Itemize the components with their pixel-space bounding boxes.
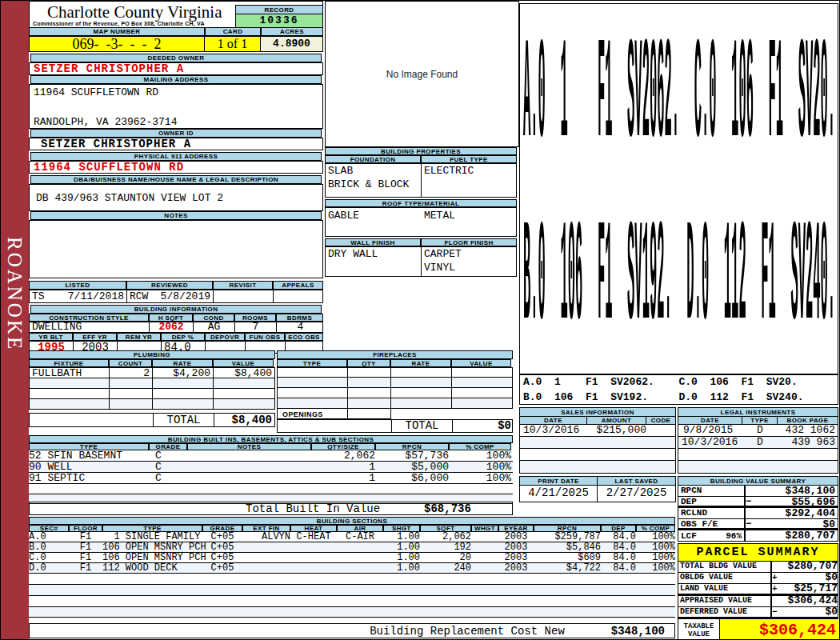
building-properties: BUILDING PROPERTIES FOUNDATION FUEL TYPE…: [325, 147, 517, 277]
county-subtitle: Commissioner of the Revenue, PO Box 308,…: [33, 21, 205, 26]
legal-empty-row: [678, 449, 838, 461]
construction-style-label: CONSTRUCTION STYLE: [29, 314, 149, 322]
card-value: 1 of 1: [205, 36, 261, 52]
map-value-row: 069- -3- - - 2 1 of 1 4.8900: [29, 36, 323, 51]
wall-finish-label: WALL FINISH: [325, 238, 421, 246]
sales-label: SALES INFORMATION: [520, 408, 675, 417]
fireplaces-total-row: TOTAL $0: [277, 419, 513, 433]
parcel-row: DEFERRED VALUE − $0: [678, 607, 838, 619]
hsqft-label: H SQFT: [149, 314, 193, 322]
parcel-row: APPRAISED VALUE $306,424: [678, 596, 838, 607]
floor-finish-label: FLOOR FINISH: [421, 238, 517, 246]
review-value-row: TS 7/11/2018 RCW 5/8/2019: [29, 290, 323, 303]
ecoobs-label: ECO OBS: [285, 333, 323, 341]
builtins-total-value: $68,736: [424, 502, 471, 515]
legend-line2-right: D.0 112 F1 SV240.: [679, 390, 838, 406]
sections-empty-row: [29, 574, 675, 585]
sketch-area: A.0 1 F1 SV2062. C.0 106 F1 SV20. B.0 10…: [519, 3, 838, 374]
plumbing-col-value: VALUE: [213, 359, 274, 367]
taxable-value: $306,424: [720, 619, 839, 640]
roof-label: ROOF TYPE/MATERIAL: [325, 199, 517, 207]
replacement-cost-value: $348,100: [611, 625, 665, 638]
plumbing-col-fixture: FIXTURE: [29, 359, 109, 367]
taxable-label: TAXABLE VALUE: [678, 619, 720, 640]
builtins-section: BUILDING BUILT INS, BASEMENTS, ATTICS & …: [29, 435, 513, 515]
notes-box: [29, 220, 323, 278]
listed-label: LISTED: [29, 281, 126, 290]
builtins-row: 52 SFIN BASEMNT C 2,062 $57,736 100%: [29, 450, 513, 462]
floor-finish-value: CARPETVINYL: [422, 247, 518, 276]
left-column: Charlotte County Virginia Commissioner o…: [29, 1, 323, 350]
plumbing-col-rate: RATE: [152, 359, 213, 367]
revisit-label: REVISIT: [213, 281, 273, 290]
fireplaces-col-type: TYPE: [277, 359, 347, 367]
fireplaces-col-qty: QTY: [347, 359, 390, 367]
legend-line1-left: A.0 1 F1 SV2062.: [520, 375, 679, 390]
county-title: Charlotte County Virginia: [47, 2, 222, 22]
revisit-value: [214, 290, 274, 302]
legal-row: 10/3/2016 D 439 963: [678, 437, 838, 449]
listed-date: 7/11/2018: [68, 291, 124, 302]
vsummary-row: LCF 96% $280,707: [678, 530, 838, 542]
hsqft-value: 2062: [150, 322, 194, 332]
building-value-summary: BUILDING VALUE SUMMARY RPCN $348,100 DEP…: [678, 476, 838, 542]
sales-empty-row: [520, 449, 675, 461]
physical-address-label: PHYSICAL 911 ADDRESS: [30, 152, 322, 161]
parcel-summary-label: PARCEL SUMMARY: [678, 543, 838, 562]
mailing-address-box: 11964 SCUFFLETOWN RD RANDOLPH, VA 23962-…: [29, 84, 323, 129]
roof-material-value: METAL: [424, 210, 455, 222]
reviewed-label: REVIEWED: [126, 281, 213, 290]
construction-style-value: DWELLING: [30, 322, 150, 332]
year-header-row: YR BLT EFF YR REM YR DEP % DEPOVR FUN OB…: [29, 333, 323, 341]
yrblt-label: YR BLT: [29, 333, 73, 341]
last-saved-label: LAST SAVED: [598, 477, 675, 485]
plumbing-total-label: TOTAL: [153, 414, 214, 426]
sales-row: 10/3/2016 $215,000: [520, 425, 675, 437]
plumbing-empty-row: [29, 378, 275, 389]
sales-col-code: CODE: [646, 417, 675, 424]
legal-instruments: LEGAL INSTRUMENTS DATE TYPE BOOK PAGE 9/…: [678, 407, 838, 474]
funobs-label: FUN OBS: [245, 333, 285, 341]
builtins-empty-row: [29, 484, 513, 494]
legal-col-type: TYPE: [742, 417, 778, 424]
plumbing-empty-row: [29, 389, 275, 399]
builtins-row: 91 SEPTIC C 1 $6,000 100%: [29, 473, 513, 484]
fireplaces-col-rate: RATE: [390, 359, 451, 367]
record-box: RECORD 10336: [235, 5, 323, 28]
vsummary-row: RCLND $292,404: [678, 508, 838, 519]
deeded-owner-value: SETZER CHRISTOPHER A: [29, 62, 323, 75]
mailing-address-label: MAILING ADDRESS: [30, 75, 322, 84]
listed-code: TS: [32, 291, 45, 302]
sections-row: D.0F1 112 WOOD DECKC+05 1.00 240 2003$4,…: [29, 563, 675, 574]
print-date-value: 4/21/2025: [520, 486, 598, 502]
parcel-row: TOTAL BLDG VALUE $280,707: [678, 562, 838, 573]
sales-information: SALES INFORMATION DATE AMOUNT CODE 10/3/…: [519, 407, 676, 474]
building-sections-label: BUILDING SECTIONS: [29, 517, 675, 525]
reviewed-date: 5/8/2019: [161, 291, 210, 302]
sections-empty-row: [29, 596, 675, 607]
remyr-label: REM YR: [117, 333, 161, 341]
plumbing-row: FULLBATH 2 $4,200 $8,400: [29, 367, 275, 378]
fuel-type-value: ELECTRIC: [422, 164, 518, 197]
rooms-value: 7: [235, 322, 277, 332]
bdrms-label: BDRMS: [276, 314, 323, 322]
parcel-summary: PARCEL SUMMARY TOTAL BLDG VALUE $280,707…: [678, 543, 838, 640]
sketch-legend: A.0 1 F1 SV2062. C.0 106 F1 SV20. B.0 10…: [519, 374, 838, 405]
plumbing-empty-row: [29, 399, 275, 410]
record-label: RECORD: [235, 5, 323, 14]
last-saved-value: 2/27/2025: [598, 486, 675, 502]
appeals-value: [274, 290, 324, 302]
print-date-label: PRINT DATE: [520, 477, 598, 485]
fireplaces-total-value: $0: [452, 420, 514, 432]
legal-col-date: DATE: [678, 417, 742, 424]
reviewed-code: RCW: [130, 291, 148, 302]
legend-line2-left: B.0 106 F1 SV192.: [520, 390, 679, 406]
building-properties-label: BUILDING PROPERTIES: [325, 147, 517, 155]
legal-row: 9/8/2015 D 432 1062: [678, 425, 838, 437]
sketch-text-line2: B.0 106 F1 SV192. D.0 112 F1 SV240.: [523, 206, 835, 350]
map-number-label: MAP NUMBER: [29, 27, 205, 36]
fireplaces-openings-row: OPENINGS: [277, 409, 513, 419]
replacement-cost-label: Building Replacement Cost New: [370, 625, 565, 638]
fireplaces-label: FIREPLACES: [277, 350, 513, 359]
fuel-type-label: FUEL TYPE: [421, 155, 517, 163]
